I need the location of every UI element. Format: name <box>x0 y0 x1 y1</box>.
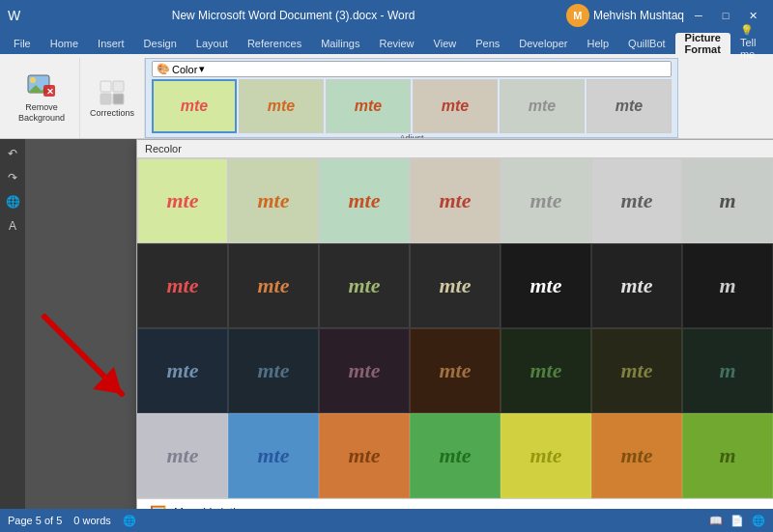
swatch-1-1[interactable]: mte <box>137 158 228 243</box>
undo-button[interactable]: ↶ <box>2 143 23 164</box>
swatch-3-3[interactable]: mte <box>319 328 410 413</box>
corrections-icon <box>97 77 128 108</box>
swatch-3-4[interactable]: mte <box>410 328 501 413</box>
redo-button[interactable]: ↷ <box>2 167 23 188</box>
page-info: Page 5 of 5 <box>8 515 62 526</box>
user-area: M Mehvish Mushtaq <box>566 4 684 27</box>
swatch-2-2[interactable]: mte <box>228 243 319 328</box>
swatch-2-4[interactable]: mte <box>410 243 501 328</box>
remove-background-label: Remove Background <box>14 102 70 124</box>
tab-mailings[interactable]: Mailings <box>311 33 369 54</box>
remove-background-button[interactable]: ✕ Remove Background <box>10 70 73 126</box>
recolor-panel-header: Recolor <box>137 140 773 158</box>
thumb-1[interactable]: mte <box>152 79 237 133</box>
svg-rect-8 <box>113 94 124 104</box>
thumb-2[interactable]: mte <box>239 79 324 133</box>
share-button[interactable]: 🔗 Share <box>769 31 773 52</box>
tab-file[interactable]: File <box>4 33 41 54</box>
thumb-5[interactable]: mte <box>500 79 585 133</box>
word-icon: W <box>8 8 20 23</box>
corrections-button[interactable]: Corrections <box>86 75 138 120</box>
thumb-4[interactable]: mte <box>413 79 498 133</box>
color-dropdown-icon: 🎨 <box>157 63 170 75</box>
avatar: M <box>566 4 589 27</box>
swatch-4-3[interactable]: mte <box>319 413 410 498</box>
swatch-4-2[interactable]: mte <box>228 413 319 498</box>
swatch-2-3[interactable]: mte <box>319 243 410 328</box>
swatch-4-4[interactable]: mte <box>410 413 501 498</box>
ribbon-group-corrections: Corrections <box>80 58 145 138</box>
swatch-4-5[interactable]: mte <box>501 413 591 498</box>
recolor-header-label: Recolor <box>145 143 182 154</box>
tab-home[interactable]: Home <box>41 33 88 54</box>
view-web-btn[interactable]: 🌐 <box>752 515 765 527</box>
tab-picture-format[interactable]: Picture Format <box>675 33 730 54</box>
swatch-2-7[interactable]: m <box>682 243 773 328</box>
tab-view[interactable]: View <box>424 33 467 54</box>
swatch-3-1[interactable]: mte <box>137 328 228 413</box>
thumb-6[interactable]: mte <box>587 79 672 133</box>
title-bar: W New Microsoft Word Document (3).docx -… <box>0 0 773 31</box>
swatch-1-6[interactable]: mte <box>591 158 682 243</box>
ribbon-group-color: 🎨 Color ▾ mte mte mte mte mte mte Adjust <box>145 58 678 138</box>
color-content: 🎨 Color ▾ mte mte mte mte mte mte <box>152 61 672 133</box>
title-bar-controls: M Mehvish Mushtaq ─ □ ✕ <box>566 3 765 28</box>
swatch-row-2: mte mte mte mte mte mte m <box>137 243 773 328</box>
tab-developer[interactable]: Developer <box>509 33 577 54</box>
color-dropdown[interactable]: 🎨 Color ▾ <box>152 61 672 77</box>
ribbon-group-background: ✕ Remove Background <box>4 58 80 138</box>
tab-pens[interactable]: Pens <box>466 33 509 54</box>
user-name: Mehvish Mushtaq <box>593 9 684 22</box>
recolor-panel: Recolor mte mte mte mte mte mte m mte mt… <box>136 139 773 509</box>
more-variations-item[interactable]: 🖼️ More Variations <box>137 499 773 509</box>
font-button[interactable]: A <box>2 215 23 237</box>
corrections-label: Corrections <box>90 108 134 118</box>
remove-bg-content: ✕ Remove Background <box>10 60 73 134</box>
tell-me-button[interactable]: 💡 Tell me <box>730 31 766 52</box>
swatch-1-2[interactable]: mte <box>228 158 319 243</box>
swatch-4-7[interactable]: m <box>682 413 773 498</box>
svg-rect-7 <box>100 94 111 104</box>
swatch-3-6[interactable]: mte <box>591 328 682 413</box>
maximize-button[interactable]: □ <box>713 3 738 28</box>
view-layout-btn[interactable]: 📄 <box>730 515 744 527</box>
window-title: New Microsoft Word Document (3).docx - W… <box>20 9 566 22</box>
title-bar-left: W <box>8 8 20 23</box>
corrections-content: Corrections <box>86 60 138 134</box>
status-right: 📖 📄 🌐 <box>709 515 765 527</box>
tab-references[interactable]: References <box>238 33 311 54</box>
left-toolbar: ↶ ↷ 🌐 A <box>0 139 25 509</box>
swatch-2-6[interactable]: mte <box>591 243 682 328</box>
tab-insert[interactable]: Insert <box>88 33 134 54</box>
minimize-button[interactable]: ─ <box>686 3 711 28</box>
swatch-4-6[interactable]: mte <box>591 413 682 498</box>
more-variations-label: More Variations <box>174 506 254 509</box>
language-icon: 🌐 <box>123 515 136 527</box>
ribbon-right-actions: 💡 Tell me 🔗 Share <box>730 31 773 54</box>
ribbon-thumb-row: mte mte mte mte mte mte <box>152 79 672 133</box>
svg-rect-5 <box>100 81 111 92</box>
swatch-row-4: mte mte mte mte mte mte m <box>137 413 773 498</box>
red-arrow <box>35 297 151 417</box>
swatch-2-5[interactable]: mte <box>501 243 591 328</box>
svg-point-1 <box>30 77 36 83</box>
swatch-2-1[interactable]: mte <box>137 243 228 328</box>
swatch-3-2[interactable]: mte <box>228 328 319 413</box>
tab-quillbot[interactable]: QuillBot <box>618 33 675 54</box>
swatch-3-7[interactable]: m <box>682 328 773 413</box>
thumb-3[interactable]: mte <box>326 79 411 133</box>
tab-review[interactable]: Review <box>370 33 424 54</box>
swatch-1-4[interactable]: mte <box>410 158 501 243</box>
tab-design[interactable]: Design <box>134 33 186 54</box>
doc-area: Recolor mte mte mte mte mte mte m mte mt… <box>25 139 773 509</box>
swatch-4-1[interactable]: mte <box>137 413 228 498</box>
swatch-1-7[interactable]: m <box>682 158 773 243</box>
tab-layout[interactable]: Layout <box>186 33 238 54</box>
swatch-1-5[interactable]: mte <box>501 158 591 243</box>
swatch-3-5[interactable]: mte <box>501 328 591 413</box>
tab-help[interactable]: Help <box>577 33 618 54</box>
view-read-btn[interactable]: 📖 <box>709 515 723 527</box>
globe-button[interactable]: 🌐 <box>2 191 23 212</box>
swatch-1-3[interactable]: mte <box>319 158 410 243</box>
svg-rect-6 <box>113 81 124 92</box>
